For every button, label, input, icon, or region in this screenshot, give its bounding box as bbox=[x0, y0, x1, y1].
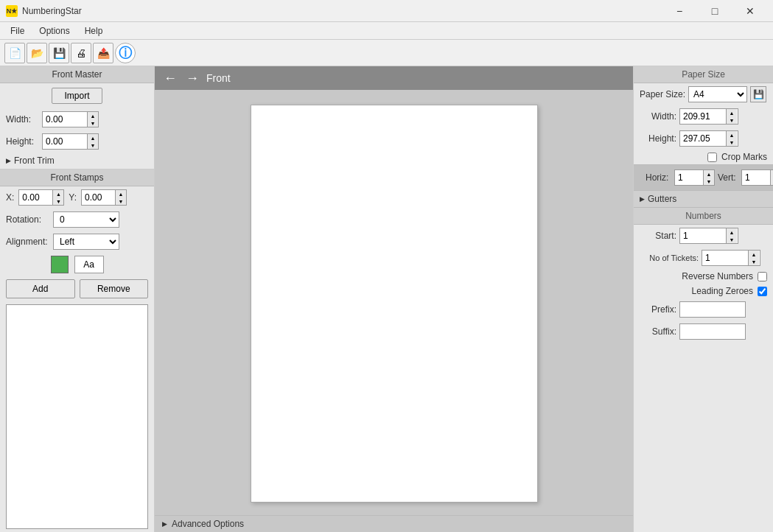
print-button[interactable]: 🖨 bbox=[71, 43, 91, 63]
x-input[interactable] bbox=[19, 190, 52, 205]
alignment-row: Alignment: Left Center Right bbox=[0, 231, 154, 253]
paper-width-up-button[interactable]: ▲ bbox=[727, 109, 737, 116]
paper-height-input-wrap: ▲ ▼ bbox=[679, 130, 738, 147]
start-down-button[interactable]: ▼ bbox=[727, 236, 737, 243]
start-row: Start: ▲ ▼ bbox=[634, 225, 773, 247]
start-spinner: ▲ ▼ bbox=[726, 228, 737, 243]
horiz-input[interactable] bbox=[675, 170, 703, 185]
save-button[interactable]: 💾 bbox=[49, 43, 69, 63]
leading-zeroes-checkbox[interactable] bbox=[758, 287, 767, 296]
paper-width-input-wrap: ▲ ▼ bbox=[679, 108, 738, 125]
rotation-select[interactable]: 0 90 180 270 bbox=[53, 211, 119, 228]
width-label: Width: bbox=[6, 114, 39, 125]
width-down-button[interactable]: ▼ bbox=[88, 119, 98, 127]
front-trim-triangle: ▶ bbox=[6, 157, 11, 164]
reverse-numbers-row: Reverse Numbers bbox=[634, 269, 773, 284]
paper-size-save-button[interactable]: 💾 bbox=[750, 86, 766, 102]
nav-right-button[interactable]: → bbox=[184, 71, 200, 86]
minimize-button[interactable]: − bbox=[662, 0, 696, 22]
paper-canvas[interactable] bbox=[251, 105, 538, 503]
paper-width-down-button[interactable]: ▼ bbox=[727, 116, 737, 124]
x-down-button[interactable]: ▼ bbox=[53, 197, 63, 205]
add-remove-row: Add Remove bbox=[0, 276, 154, 301]
window-controls: − □ ✕ bbox=[662, 0, 767, 22]
advanced-options-expander[interactable]: ▶ Advanced Options bbox=[155, 515, 633, 532]
width-up-button[interactable]: ▲ bbox=[88, 112, 98, 119]
x-up-button[interactable]: ▲ bbox=[53, 190, 63, 197]
new-button[interactable]: 📄 bbox=[4, 43, 25, 63]
start-input[interactable] bbox=[680, 228, 726, 243]
font-icon: Aa bbox=[83, 259, 94, 270]
prefix-input[interactable] bbox=[679, 301, 746, 318]
crop-marks-label: Crop Marks bbox=[721, 152, 767, 162]
horiz-up-button[interactable]: ▲ bbox=[704, 170, 714, 178]
paper-width-input[interactable] bbox=[680, 109, 726, 124]
paper-height-down-button[interactable]: ▼ bbox=[727, 139, 737, 146]
paper-height-input[interactable] bbox=[680, 131, 726, 146]
color-picker-button[interactable] bbox=[51, 256, 69, 273]
alignment-select[interactable]: Left Center Right bbox=[53, 234, 119, 250]
rotation-label: Rotation: bbox=[6, 214, 50, 225]
front-trim-label: Front Trim bbox=[14, 155, 55, 166]
horiz-down-button[interactable]: ▼ bbox=[704, 178, 714, 185]
menu-file[interactable]: File bbox=[3, 24, 32, 38]
paper-height-up-button[interactable]: ▲ bbox=[727, 131, 737, 139]
paper-size-header: Paper Size bbox=[634, 66, 773, 83]
crop-marks-row: Crop Marks bbox=[634, 150, 773, 164]
help-button[interactable]: ⓘ bbox=[115, 43, 136, 63]
titlebar: N★ NumberingStar − □ ✕ bbox=[0, 0, 773, 22]
gutters-label: Gutters bbox=[648, 194, 676, 204]
suffix-input[interactable] bbox=[679, 323, 746, 340]
height-spinner: ▲ ▼ bbox=[87, 134, 98, 149]
import-button[interactable]: Import bbox=[52, 88, 102, 104]
add-button[interactable]: Add bbox=[6, 279, 75, 298]
gutters-expander[interactable]: ▶ Gutters bbox=[634, 191, 773, 208]
horiz-spinner: ▲ ▼ bbox=[703, 170, 714, 185]
front-master-header: Front Master bbox=[0, 66, 154, 83]
open-button[interactable]: 📂 bbox=[27, 43, 47, 63]
start-up-button[interactable]: ▲ bbox=[727, 228, 737, 236]
vert-input[interactable] bbox=[742, 170, 770, 185]
layout-section: Horiz: ▲ ▼ Vert: ▲ ▼ bbox=[634, 164, 773, 191]
remove-button[interactable]: Remove bbox=[80, 279, 149, 298]
menu-help[interactable]: Help bbox=[77, 24, 111, 38]
paper-width-row: Width: ▲ ▼ bbox=[634, 105, 773, 127]
menu-options[interactable]: Options bbox=[32, 24, 77, 38]
font-picker-button[interactable]: Aa bbox=[74, 256, 104, 273]
width-input[interactable] bbox=[43, 112, 87, 127]
tickets-input[interactable] bbox=[702, 251, 748, 265]
paper-height-label: Height: bbox=[640, 133, 676, 144]
crop-marks-checkbox[interactable] bbox=[707, 153, 717, 162]
export-button[interactable]: 📤 bbox=[93, 43, 113, 63]
start-label: Start: bbox=[640, 231, 676, 241]
close-button[interactable]: ✕ bbox=[733, 0, 767, 22]
toolbar: 📄 📂 💾 🖨 📤 ⓘ bbox=[0, 40, 773, 66]
y-up-button[interactable]: ▲ bbox=[116, 190, 126, 197]
height-input-wrap: ▲ ▼ bbox=[42, 133, 99, 150]
y-down-button[interactable]: ▼ bbox=[116, 197, 126, 205]
y-label: Y: bbox=[69, 192, 77, 203]
tickets-spinner: ▲ ▼ bbox=[748, 251, 759, 265]
tickets-row: No of Tickets: ▲ ▼ bbox=[634, 247, 773, 269]
tickets-up-button[interactable]: ▲ bbox=[749, 251, 759, 258]
rotation-row: Rotation: 0 90 180 270 bbox=[0, 209, 154, 231]
y-input[interactable] bbox=[82, 190, 115, 205]
right-panel: Paper Size Paper Size: A4 A3 Letter Lega… bbox=[633, 66, 773, 532]
maximize-button[interactable]: □ bbox=[698, 0, 732, 22]
front-trim-expander[interactable]: ▶ Front Trim bbox=[0, 153, 154, 169]
left-panel: Front Master Import Width: ▲ ▼ Height: ▲ bbox=[0, 66, 155, 532]
width-spinner: ▲ ▼ bbox=[87, 112, 98, 127]
stamps-list[interactable] bbox=[6, 304, 148, 529]
prefix-label: Prefix: bbox=[640, 304, 676, 315]
height-input[interactable] bbox=[43, 134, 87, 149]
paper-height-row: Height: ▲ ▼ bbox=[634, 127, 773, 150]
paper-size-row: Paper Size: A4 A3 Letter Legal 💾 bbox=[634, 83, 773, 105]
height-down-button[interactable]: ▼ bbox=[88, 141, 98, 149]
reverse-numbers-checkbox[interactable] bbox=[758, 272, 767, 281]
height-label: Height: bbox=[6, 136, 39, 147]
tickets-down-button[interactable]: ▼ bbox=[749, 258, 759, 265]
height-up-button[interactable]: ▲ bbox=[88, 134, 98, 141]
paper-size-select[interactable]: A4 A3 Letter Legal bbox=[688, 86, 747, 102]
color-font-row: Aa bbox=[0, 253, 154, 276]
nav-left-button[interactable]: ← bbox=[162, 71, 178, 86]
